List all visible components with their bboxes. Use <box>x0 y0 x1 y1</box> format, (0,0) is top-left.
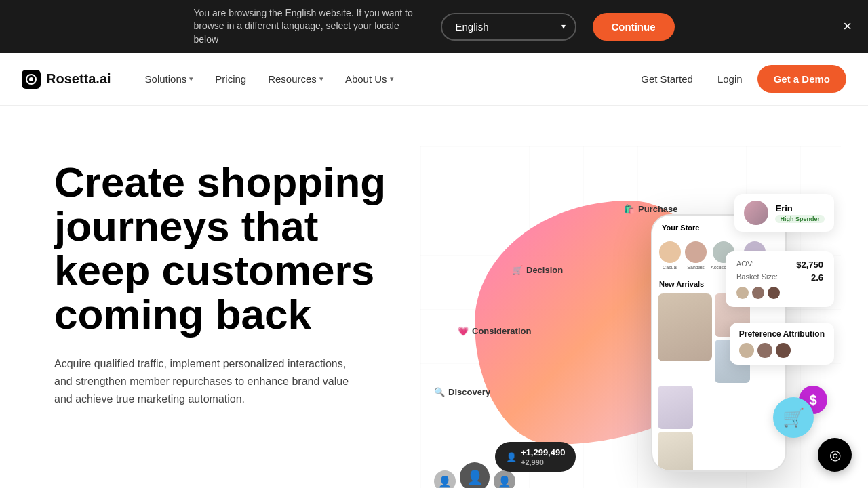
navbar: Rosetta.ai Solutions ▾ Pricing Resources… <box>0 53 868 106</box>
erin-info: Erin High Spender <box>775 203 825 223</box>
hero-subtitle: Acquire qualified traffic, implement per… <box>54 355 366 407</box>
nav-item-pricing[interactable]: Pricing <box>205 68 256 90</box>
consideration-icon: 💗 <box>458 326 469 336</box>
pref-dot-1 <box>739 343 754 358</box>
hero-visualization: 🛍️ Purchase 🛒 Decision 💗 Consideration 🔍… <box>420 146 841 488</box>
purchase-icon: 🛍️ <box>624 204 635 214</box>
preference-card: Preference Attribution <box>730 323 834 365</box>
continue-button[interactable]: Continue <box>593 13 675 41</box>
discovery-label: 🔍 Discovery <box>434 387 490 397</box>
color-dot-2 <box>752 287 764 299</box>
phone-products-grid <box>652 291 785 472</box>
purchase-label: 🛍️ Purchase <box>624 204 678 214</box>
phone-cat-casual: Casual <box>659 241 681 270</box>
users-badge-info: +1,299,490 +2,990 <box>521 447 565 466</box>
aov-label: AOV: <box>736 260 754 270</box>
logo[interactable]: Rosetta.ai <box>22 70 111 89</box>
basket-label: Basket Size: <box>736 272 778 283</box>
product-items-far-right <box>658 386 693 472</box>
decision-label: 🛒 Decision <box>512 265 563 275</box>
language-select-wrapper: English Français Deutsch 日本語 中文 ▾ <box>441 13 576 41</box>
pref-title: Preference Attribution <box>739 329 825 339</box>
language-banner: You are browsing the English website. If… <box>0 0 868 53</box>
chevron-icon-solutions: ▾ <box>189 75 193 83</box>
hero-title: Create shopping journeys that keep custo… <box>54 160 407 336</box>
nav-item-about[interactable]: About Us ▾ <box>336 68 403 90</box>
nav-right: Get Started Login Get a Demo <box>631 65 846 93</box>
close-button[interactable]: × <box>843 19 852 34</box>
chevron-icon-about: ▾ <box>390 75 394 83</box>
basket-row: Basket Size: 2.6 <box>736 272 823 283</box>
decision-icon: 🛒 <box>512 265 523 275</box>
nav-about-label: About Us <box>345 73 387 85</box>
cart-bubble: 🛒 <box>773 397 814 438</box>
language-select[interactable]: English Français Deutsch 日本語 中文 <box>441 13 576 41</box>
logo-text: Rosetta.ai <box>46 71 111 87</box>
nav-resources-label: Resources <box>268 73 317 85</box>
nav-item-solutions[interactable]: Solutions ▾ <box>136 68 203 90</box>
pref-dot-2 <box>757 343 772 358</box>
person-dot-2: 👤 <box>460 462 490 488</box>
aov-value: $2,750 <box>796 260 823 270</box>
svg-point-1 <box>29 77 33 81</box>
chat-widget[interactable]: ◎ <box>818 438 852 472</box>
pref-dots <box>739 343 825 358</box>
users-badge: 👤 +1,299,490 +2,990 <box>495 442 576 472</box>
pref-dot-3 <box>776 343 791 358</box>
erin-avatar <box>744 201 768 225</box>
demo-button[interactable]: Get a Demo <box>757 65 846 93</box>
phone-store-name: Your Store <box>662 224 699 232</box>
phone-cat-sandals: Sandals <box>685 241 707 270</box>
banner-message: You are browsing the English website. If… <box>194 7 425 47</box>
discovery-icon: 🔍 <box>434 387 445 397</box>
user-card-erin: Erin High Spender <box>734 194 834 232</box>
users-badge-icon: 👤 <box>506 452 517 462</box>
consideration-label: 💗 Consideration <box>458 326 531 336</box>
color-dot-3 <box>768 287 780 299</box>
nav-item-resources[interactable]: Resources ▾ <box>258 68 333 90</box>
color-dots <box>736 287 823 299</box>
users-count: +1,299,490 <box>521 447 565 458</box>
chevron-icon-resources: ▾ <box>319 75 323 83</box>
product-item-5 <box>658 432 693 472</box>
person-dot-3: 👤 <box>494 470 515 488</box>
basket-value: 2.6 <box>811 272 823 283</box>
product-item-1 <box>658 293 712 361</box>
nav-solutions-label: Solutions <box>145 73 187 85</box>
color-dot-1 <box>736 287 749 299</box>
logo-icon <box>22 70 41 89</box>
aov-row: AOV: $2,750 <box>736 260 823 270</box>
erin-tag: High Spender <box>775 215 825 223</box>
hero-section: Create shopping journeys that keep custo… <box>0 106 868 488</box>
users-sub: +2,990 <box>521 458 565 466</box>
chat-widget-icon: ◎ <box>829 447 841 463</box>
login-button[interactable]: Login <box>708 68 752 90</box>
product-item-4 <box>658 386 693 429</box>
person-dot-1: 👤 <box>434 470 456 488</box>
stats-card: AOV: $2,750 Basket Size: 2.6 <box>726 251 834 307</box>
nav-pricing-label: Pricing <box>215 73 246 85</box>
get-started-button[interactable]: Get Started <box>631 68 703 90</box>
erin-name: Erin <box>775 203 825 214</box>
hero-left: Create shopping journeys that keep custo… <box>54 146 407 407</box>
nav-links: Solutions ▾ Pricing Resources ▾ About Us… <box>136 68 632 90</box>
